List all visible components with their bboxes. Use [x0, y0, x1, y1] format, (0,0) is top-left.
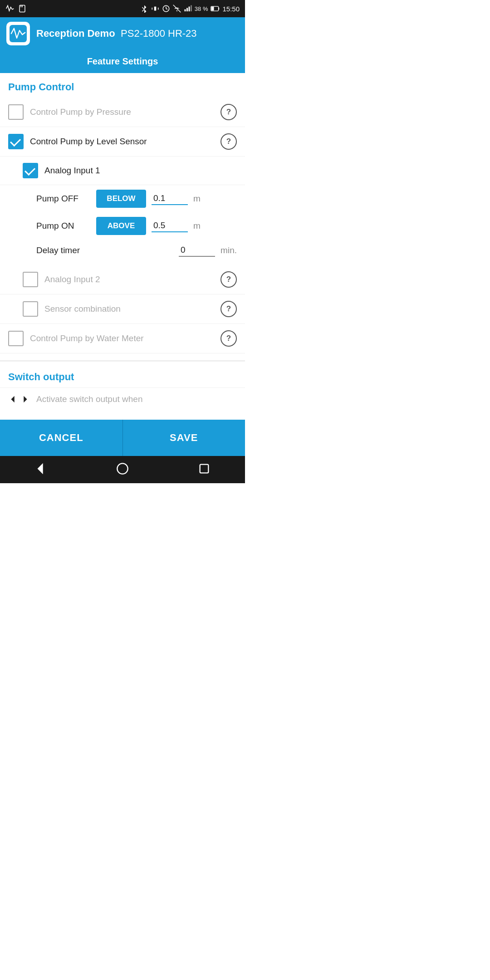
pump-off-unit: m — [193, 194, 201, 204]
pump-on-label: Pump ON — [36, 221, 91, 231]
svg-line-10 — [166, 9, 167, 10]
control-by-pressure-row: Control Pump by Pressure ? — [0, 98, 245, 127]
control-by-level-label: Control Pump by Level Sensor — [30, 137, 214, 147]
svg-point-11 — [176, 11, 177, 12]
cancel-button[interactable]: CANCEL — [0, 420, 123, 456]
sensor-combination-label: Sensor combination — [44, 304, 214, 314]
analog-input-2-help[interactable]: ? — [220, 271, 237, 288]
pump-on-row: Pump ON ABOVE m — [0, 212, 245, 240]
svg-rect-17 — [219, 8, 220, 10]
health-icon — [5, 4, 15, 13]
app-logo — [6, 22, 30, 45]
app-title-group: Reception Demo PS2-1800 HR-23 — [36, 28, 197, 39]
save-button[interactable]: SAVE — [123, 420, 245, 456]
delay-timer-value[interactable] — [179, 244, 215, 257]
svg-point-23 — [117, 463, 127, 474]
arrow-icons — [8, 394, 30, 404]
delay-timer-unit: min. — [220, 245, 237, 255]
svg-rect-13 — [186, 8, 188, 12]
pump-off-row: Pump OFF BELOW m — [0, 185, 245, 212]
pump-on-toggle[interactable]: ABOVE — [96, 217, 146, 235]
sensor-combination-checkbox[interactable] — [23, 301, 38, 317]
app-subtitle: PS2-1800 HR-23 — [121, 28, 197, 39]
svg-rect-12 — [184, 10, 186, 12]
bluetooth-icon — [140, 5, 148, 13]
svg-marker-22 — [38, 465, 42, 473]
content-area: Pump Control Control Pump by Pressure ? … — [0, 73, 245, 420]
clock-time: 15:50 — [222, 5, 240, 13]
wifi-icon — [173, 5, 181, 13]
pump-off-label: Pump OFF — [36, 194, 91, 204]
control-by-pressure-help[interactable]: ? — [220, 104, 237, 120]
bottom-bar: CANCEL SAVE — [0, 420, 245, 456]
control-by-level-row: Control Pump by Level Sensor ? — [0, 127, 245, 157]
pump-off-toggle[interactable]: BELOW — [96, 190, 146, 208]
signal-icon — [184, 5, 192, 13]
delay-timer-row: Delay timer min. — [0, 240, 245, 261]
control-by-water-meter-help[interactable]: ? — [220, 330, 237, 347]
arrow-left-icon — [8, 394, 18, 404]
control-by-pressure-checkbox[interactable] — [8, 104, 24, 120]
nav-recents-icon[interactable] — [198, 462, 211, 477]
arrow-right-icon — [20, 394, 30, 404]
svg-rect-18 — [211, 7, 214, 10]
svg-rect-14 — [188, 7, 190, 12]
control-by-level-checkbox[interactable] — [8, 134, 24, 149]
pump-on-value[interactable] — [152, 220, 188, 232]
pump-control-title: Pump Control — [0, 73, 245, 98]
svg-marker-21 — [24, 396, 27, 403]
control-by-level-help[interactable]: ? — [220, 133, 237, 150]
svg-rect-5 — [154, 7, 157, 11]
analog-input-1-label: Analog Input 1 — [44, 166, 237, 176]
svg-line-4 — [142, 10, 144, 12]
svg-rect-24 — [200, 465, 209, 473]
battery-percent: 38 % — [195, 5, 208, 12]
control-by-water-meter-label: Control Pump by Water Meter — [30, 333, 214, 343]
control-by-water-meter-checkbox[interactable] — [8, 331, 24, 346]
sensor-combination-help[interactable]: ? — [220, 301, 237, 317]
analog-input-2-checkbox[interactable] — [23, 272, 38, 287]
alarm-icon — [162, 5, 170, 13]
battery-icon — [211, 6, 220, 11]
nav-back-icon[interactable] — [34, 462, 47, 477]
analog-input-2-label: Analog Input 2 — [44, 274, 214, 284]
control-by-pressure-label: Control Pump by Pressure — [30, 107, 214, 117]
status-bar-right: 38 % 15:50 — [140, 5, 240, 13]
section-divider — [0, 361, 245, 361]
status-bar: 38 % 15:50 — [0, 0, 245, 17]
nav-bar — [0, 456, 245, 483]
sensor-combination-row: Sensor combination ? — [0, 294, 245, 324]
svg-marker-20 — [11, 396, 14, 403]
page-title: Feature Settings — [0, 50, 245, 73]
svg-rect-15 — [191, 5, 192, 12]
switch-output-title: Switch output — [0, 363, 245, 387]
control-by-water-meter-row: Control Pump by Water Meter ? — [0, 324, 245, 353]
vibrate-icon — [151, 5, 159, 13]
pump-off-value[interactable] — [152, 192, 188, 205]
analog-input-2-row: Analog Input 2 ? — [0, 265, 245, 294]
nav-home-icon[interactable] — [116, 462, 129, 477]
activate-label: Activate switch output when — [36, 394, 142, 404]
pump-on-unit: m — [193, 221, 201, 231]
app-header: Reception Demo PS2-1800 HR-23 — [0, 17, 245, 50]
delay-timer-label: Delay timer — [36, 245, 173, 255]
status-bar-left — [5, 4, 26, 13]
analog-input-1-checkbox[interactable] — [23, 163, 38, 178]
analog-input-1-row: Analog Input 1 — [0, 157, 245, 185]
svg-line-3 — [142, 7, 144, 10]
app-logo-icon — [10, 25, 27, 42]
app-title: Reception Demo — [36, 28, 115, 39]
activate-switch-row: Activate switch output when — [0, 387, 245, 411]
sd-icon — [18, 5, 26, 13]
